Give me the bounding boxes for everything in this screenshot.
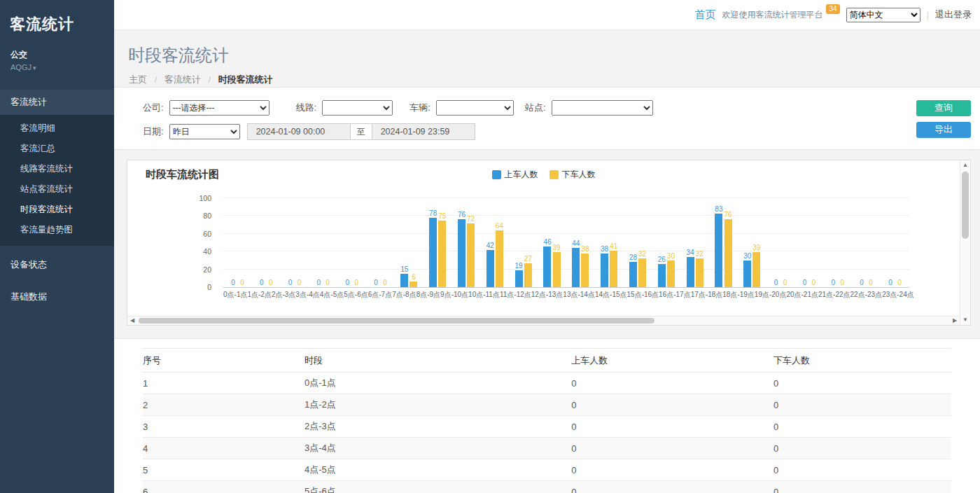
chart-bar[interactable] [458,219,465,287]
chart-bar[interactable] [752,252,760,287]
date-start-input[interactable] [247,123,351,140]
chart-bar[interactable] [724,219,732,287]
logout-link[interactable]: 退出登录 [935,8,972,21]
sidebar-item-station-stats[interactable]: 站点客流统计 [0,179,114,200]
date-end-input[interactable] [372,123,475,140]
x-tick-label: 16点-17点 [659,290,691,300]
legend-swatch [550,170,559,179]
chart-bar[interactable] [467,223,475,287]
scroll-left-icon[interactable]: ◀ [127,317,137,325]
bar-group: 00 [223,199,252,287]
language-select[interactable]: 简体中文 [846,8,920,22]
table-cell: 5点-6点 [304,481,571,493]
chart-scrollbar-vertical[interactable]: ▲ ▼ [960,160,970,325]
notification-badge[interactable]: 34 [826,4,839,14]
table-header-period: 时段 [304,349,571,373]
chart-bar[interactable] [658,264,666,287]
table-row[interactable]: 43点-4点00 [143,438,951,459]
bar-column: 0 [295,199,303,287]
chart-bar[interactable] [667,261,675,287]
query-button[interactable]: 查询 [916,100,971,116]
table-row[interactable]: 21点-2点00 [143,394,951,416]
chart-bar[interactable] [496,230,503,287]
y-tick-label: 100 [199,194,211,202]
scroll-down-icon[interactable]: ▼ [960,315,970,325]
legend-item[interactable]: 上车人数 [492,169,538,181]
chart-bar[interactable] [543,246,551,287]
scroll-up-icon[interactable]: ▲ [960,160,970,170]
filter-panel: 公司: ---请选择--- 线路: 车辆: 站点: 日期: 昨日 至 查询 导出 [114,88,980,150]
chart-bar[interactable] [486,250,494,287]
table-row[interactable]: 32点-3点00 [143,416,951,438]
bar-value-label: 44 [572,239,580,247]
table-row[interactable]: 54点-5点00 [143,459,951,481]
chart-bar[interactable] [610,251,617,287]
bar-column: 0 [830,199,837,287]
date-preset-select[interactable]: 昨日 [169,124,240,139]
table-row[interactable]: 10点-1点00 [143,373,951,394]
bar-value-label: 34 [687,249,694,256]
chart-bar[interactable] [601,254,608,287]
chart-bar[interactable] [715,214,722,287]
bar-value-label: 76 [458,211,465,218]
chart-bar[interactable] [629,262,637,287]
org-code-dropdown[interactable]: AQGJ▾ [0,61,114,80]
horizontal-scroll-thumb[interactable] [139,318,654,324]
chart-scrollbar-horizontal[interactable]: ◀ ▶ [127,316,960,325]
x-tick-label: 14点-15点 [595,290,627,300]
sidebar-item-device-status[interactable]: 设备状态 [0,251,114,278]
bar-group: 00 [881,199,909,287]
sidebar-item-passenger-summary[interactable]: 客流汇总 [0,139,114,159]
bar-group: 00 [766,199,795,287]
chart-bar[interactable] [687,257,694,287]
station-select[interactable] [552,100,653,116]
chart-bar[interactable] [515,270,523,287]
bar-value-label: 0 [897,279,902,286]
legend-item[interactable]: 下车人数 [550,169,596,181]
line-select[interactable] [322,100,393,116]
x-tick-label: 13点-14点 [563,290,595,300]
sidebar-item-time-period-stats[interactable]: 时段客流统计 [0,200,114,220]
sidebar-item-line-stats[interactable]: 线路客流统计 [0,159,114,179]
table-cell: 2点-3点 [304,416,571,438]
bar-group: 1927 [509,199,538,287]
org-code-label: AQGJ [10,63,31,71]
chart-bar[interactable] [438,221,446,287]
sidebar-item-base-data[interactable]: 基础数据 [0,284,114,310]
sidebar-section-passenger-stats[interactable]: 客流统计 [0,90,114,115]
bar-column: 26 [658,199,666,287]
export-button[interactable]: 导出 [916,122,971,138]
chart-bar[interactable] [581,254,589,287]
filter-row-2: 日期: 昨日 至 [143,123,903,140]
table-cell: 0 [571,438,774,459]
chart-bar[interactable] [638,258,646,287]
chart-bar[interactable] [572,248,580,287]
breadcrumb-section[interactable]: 客流统计 [164,74,201,85]
bar-column: 0 [895,199,903,287]
table-row[interactable]: 65点-6点00 [143,481,951,493]
table-cell: 0 [774,459,951,481]
chart-bar[interactable] [429,218,437,287]
chart-bar[interactable] [400,274,408,287]
brand-title: 客流统计 [0,0,114,38]
bar-column: 76 [458,199,465,287]
chart-bar[interactable] [553,252,561,287]
chart-bar[interactable] [524,263,532,287]
bar-value-label: 0 [383,279,387,286]
home-link[interactable]: 首页 [694,8,715,22]
chart-bar[interactable] [743,261,751,287]
page-title: 时段客流统计 [128,44,967,67]
x-tick-label: 19点-20点 [755,290,787,300]
topbar: 首页 欢迎使用客流统计管理平台 34 简体中文 | 退出登录 [114,0,980,30]
company-select[interactable]: ---请选择--- [169,100,270,116]
x-tick-label: 21点-22点 [818,290,850,300]
scroll-right-icon[interactable]: ▶ [950,317,960,325]
vehicle-select[interactable] [436,100,514,116]
sidebar-item-passenger-detail[interactable]: 客流明细 [0,118,114,139]
sidebar-item-trend-chart[interactable]: 客流量趋势图 [0,220,114,240]
chart-bar[interactable] [696,258,704,287]
table-cell: 6 [143,481,304,493]
vertical-scroll-thumb[interactable] [962,172,969,239]
breadcrumb-home[interactable]: 主页 [129,74,147,85]
chart-bar[interactable] [410,282,417,287]
